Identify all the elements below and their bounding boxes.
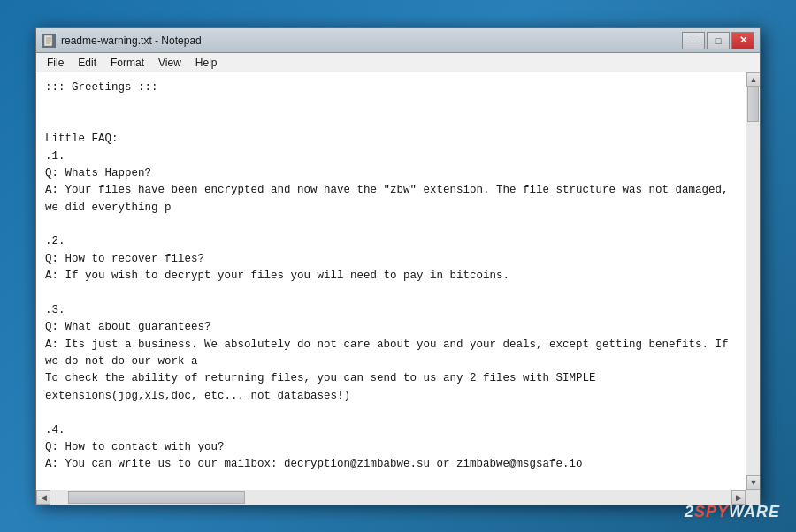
window-controls: — □ ✕ [682,32,754,49]
scroll-thumb-h[interactable] [68,491,245,504]
editor-wrapper: ::: Greetings ::: Little FAQ: .1. Q: Wha… [36,72,760,490]
scroll-track-v[interactable] [746,87,760,475]
vertical-scrollbar: ▲ ▼ [746,72,760,490]
scroll-track-h[interactable] [50,490,731,505]
maximize-button[interactable]: □ [707,32,730,49]
menu-help[interactable]: Help [188,55,225,71]
notepad-icon [42,34,56,48]
menu-format[interactable]: Format [103,55,151,71]
close-button[interactable]: ✕ [731,32,754,49]
scroll-thumb-v[interactable] [747,87,759,122]
titlebar: readme-warning.txt - Notepad — □ ✕ [36,28,760,53]
svg-rect-0 [44,35,52,46]
menu-view[interactable]: View [151,55,188,71]
watermark-highlight: SPY [694,503,729,521]
editor-content[interactable]: ::: Greetings ::: Little FAQ: .1. Q: Wha… [36,72,746,490]
menubar: File Edit Format View Help [36,53,760,72]
watermark-prefix: 2 [685,503,694,521]
menu-file[interactable]: File [40,55,71,71]
notepad-window: readme-warning.txt - Notepad — □ ✕ File … [35,27,761,505]
titlebar-left: readme-warning.txt - Notepad [42,34,202,48]
minimize-button[interactable]: — [682,32,705,49]
scroll-left-arrow[interactable]: ◀ [36,490,50,505]
scroll-down-arrow[interactable]: ▼ [746,475,760,490]
scroll-up-arrow[interactable]: ▲ [746,72,760,87]
horizontal-scrollbar: ◀ ▶ [36,490,760,504]
menu-edit[interactable]: Edit [71,55,103,71]
window-title: readme-warning.txt - Notepad [61,34,202,47]
watermark: 2SPYWARE [685,503,780,521]
watermark-suffix: WARE [729,503,780,521]
